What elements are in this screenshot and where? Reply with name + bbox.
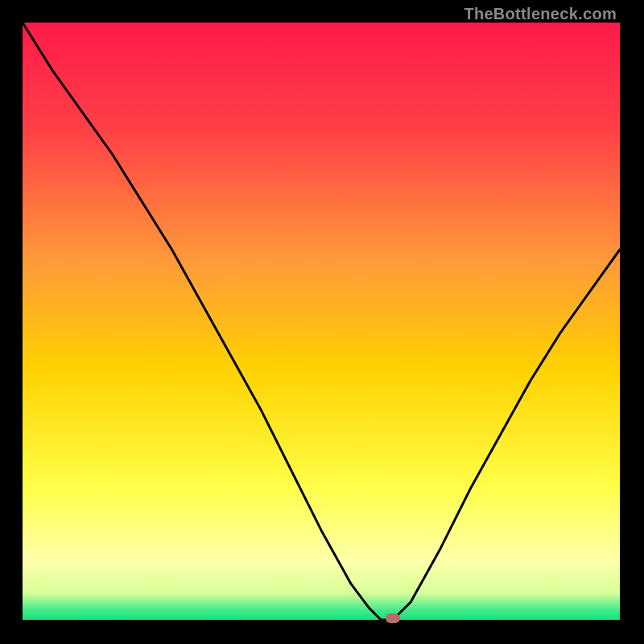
plot-area (23, 23, 620, 620)
svg-rect-0 (23, 23, 620, 620)
chart-frame: TheBottleneck.com (0, 0, 644, 644)
watermark-text: TheBottleneck.com (464, 5, 617, 23)
marker-dot (386, 613, 400, 623)
